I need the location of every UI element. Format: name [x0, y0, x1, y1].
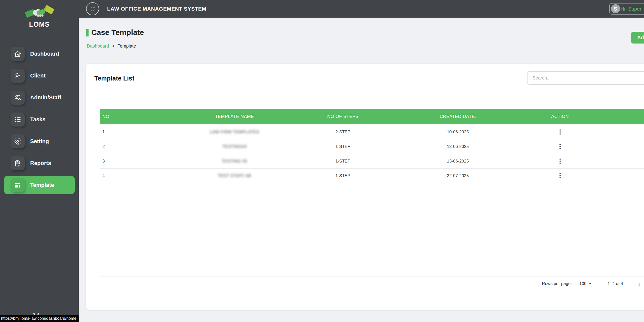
sidebar-item-dashboard[interactable]: Dashboard: [4, 45, 75, 63]
app-logo[interactable]: LOMS: [0, 0, 79, 30]
sidebar-item-reports[interactable]: Reports: [4, 154, 75, 172]
template-list-card: Template List NO TEMPLATE NAME NO OF STE…: [86, 64, 644, 310]
sidebar-item-label: Template: [30, 182, 54, 188]
cell-steps: 2-STEP: [298, 130, 388, 135]
sidebar-item-label: Dashboard: [30, 51, 59, 57]
rows-per-page-select[interactable]: 100 ▼: [578, 281, 593, 287]
search-input[interactable]: [527, 71, 644, 85]
template-layout-icon: [11, 178, 25, 192]
row-actions-kebab-icon[interactable]: [556, 156, 564, 166]
cell-no: 4: [100, 173, 171, 178]
breadcrumb-separator: >: [112, 44, 115, 49]
home-icon: [11, 47, 25, 61]
sidebar-item-label: Setting: [30, 138, 49, 145]
sidebar-item-admin-staff[interactable]: Admin/Staff: [4, 88, 75, 107]
user-menu-button[interactable]: S Hi, Super: [609, 3, 644, 15]
caret-down-icon: ▼: [589, 282, 591, 285]
cell-date: 13-06-2025: [388, 159, 528, 164]
main-content: Case Template Dashboard > Template Add T…: [79, 18, 644, 322]
cell-date: 22-07-2025: [388, 173, 528, 178]
blurred-template-name: TESTING04: [222, 144, 247, 149]
sidebar-nav: Dashboard Client Admin/Staff: [0, 45, 79, 194]
row-actions-kebab-icon[interactable]: [556, 127, 564, 137]
row-actions-kebab-icon[interactable]: [556, 171, 564, 181]
user-check-icon: [11, 69, 25, 83]
sidebar-item-client[interactable]: Client: [4, 66, 75, 85]
rows-per-page-label: Rows per page:: [542, 281, 572, 286]
cell-no: 3: [100, 159, 171, 164]
cell-template-name: LAW FIRM TEMPLATES: [171, 130, 298, 135]
cell-steps: 1-STEP: [298, 159, 388, 164]
column-header-action: ACTION: [528, 114, 592, 119]
table-row: 1 LAW FIRM TEMPLATES 2-STEP 10-06-2025: [100, 125, 644, 139]
column-header-name: TEMPLATE NAME: [171, 114, 298, 119]
blurred-template-name: TESTING 05: [222, 159, 247, 164]
refresh-button[interactable]: [86, 2, 99, 15]
breadcrumb: Dashboard > Template: [87, 44, 136, 49]
column-header-no: NO: [100, 114, 171, 119]
app-title: LAW OFFICE MANAGEMENT SYSTEM: [107, 6, 206, 12]
column-header-date: CREATED DATE.: [388, 114, 528, 119]
report-clipboard-icon: [11, 156, 25, 170]
sidebar-item-template[interactable]: Template: [4, 176, 75, 194]
refresh-icon: [89, 6, 96, 12]
cell-steps: 1-STEP: [298, 173, 388, 178]
card-title: Template List: [94, 75, 134, 82]
blurred-template-name: TEST STAFF AB: [218, 173, 251, 178]
users-icon: [11, 91, 25, 105]
sidebar-item-label: Client: [30, 72, 46, 79]
page-divider: [86, 60, 644, 60]
table-header-row: NO TEMPLATE NAME NO OF STEPS CREATED DAT…: [100, 109, 644, 125]
cell-date: 10-06-2025: [388, 130, 528, 135]
handshake-logo-icon: [25, 1, 54, 20]
page-title: Case Template: [91, 28, 144, 37]
pagination-range: 1–4 of 4: [608, 281, 623, 286]
top-header-bar: LAW OFFICE MANAGEMENT SYSTEM S Hi, Super: [79, 0, 644, 18]
browser-status-url: https://bmj.loms-law.com/dashboard/home: [0, 315, 79, 322]
sidebar-item-label: Tasks: [30, 116, 46, 123]
logo-text: LOMS: [0, 21, 79, 28]
cell-steps: 1-STEP: [298, 144, 388, 149]
column-header-steps: NO OF STEPS: [298, 114, 388, 119]
rows-per-page-value: 100: [579, 281, 586, 286]
cell-template-name: TESTING 05: [171, 159, 298, 164]
cell-no: 1: [100, 130, 171, 135]
table-pagination: Rows per page: 100 ▼ 1–4 of 4 ‹: [100, 274, 643, 293]
add-template-button[interactable]: Add: [631, 32, 644, 44]
sidebar-item-tasks[interactable]: Tasks: [4, 110, 75, 129]
gear-icon: [11, 134, 25, 148]
template-table: NO TEMPLATE NAME NO OF STEPS CREATED DAT…: [100, 109, 644, 276]
checklist-icon: [11, 112, 25, 127]
table-row: 4 TEST STAFF AB 1-STEP 22-07-2025: [100, 169, 644, 183]
sidebar-item-label: Reports: [30, 160, 51, 167]
user-greeting: Hi, Super: [621, 6, 641, 12]
sidebar: LOMS Dashboard Client: [0, 0, 79, 322]
breadcrumb-dashboard-link[interactable]: Dashboard: [87, 44, 109, 49]
blurred-template-name: LAW FIRM TEMPLATES: [210, 130, 259, 134]
previous-page-button[interactable]: ‹: [637, 279, 642, 288]
title-accent-bar: [86, 29, 89, 36]
sidebar-item-label: Admin/Staff: [30, 94, 61, 101]
sidebar-item-setting[interactable]: Setting: [4, 132, 75, 150]
table-empty-area: [100, 183, 644, 276]
cell-no: 2: [100, 144, 171, 149]
breadcrumb-current: Template: [118, 44, 136, 49]
table-row: 2 TESTING04 1-STEP 13-06-2025: [100, 139, 644, 154]
cell-template-name: TESTING04: [171, 144, 298, 149]
cell-template-name: TEST STAFF AB: [171, 173, 298, 178]
table-row: 3 TESTING 05 1-STEP 13-06-2025: [100, 154, 644, 169]
cell-date: 13-06-2025: [388, 144, 528, 149]
row-actions-kebab-icon[interactable]: [556, 142, 564, 152]
avatar: S: [611, 4, 620, 13]
